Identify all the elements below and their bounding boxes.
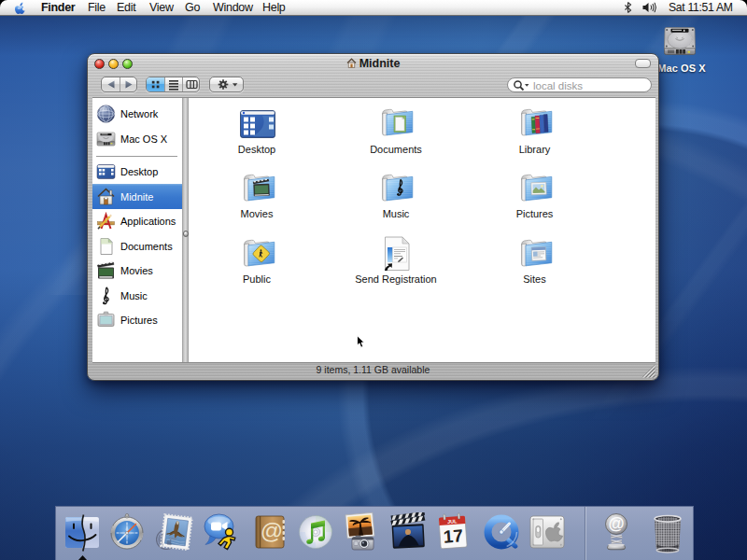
svg-text:@: @ <box>608 514 624 533</box>
svg-text:JUL: JUL <box>447 518 458 525</box>
svg-text:17: 17 <box>443 525 464 546</box>
svg-text:@: @ <box>261 518 283 543</box>
